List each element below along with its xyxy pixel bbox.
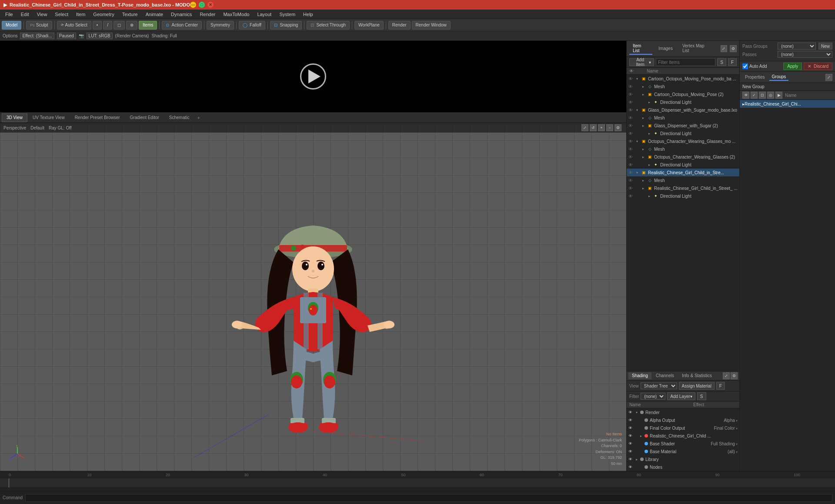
window-controls[interactable]: — □ ✕ — [190, 2, 214, 8]
assign-material-btn[interactable]: Assign Material — [679, 382, 715, 390]
sh-eye-icon[interactable]: 👁 — [628, 426, 635, 430]
tab-groups[interactable]: Groups — [769, 73, 789, 81]
filter-s-btn[interactable]: S — [717, 58, 726, 66]
menu-item-file[interactable]: File — [2, 11, 17, 18]
view-select[interactable]: Shader Tree — [641, 382, 677, 389]
menu-item-animate[interactable]: Animate — [142, 11, 167, 18]
sh-eye-icon[interactable]: 👁 — [628, 418, 635, 422]
tab-vertex-map-list[interactable]: Vertex Map List — [679, 43, 715, 55]
sh-eye-icon[interactable]: 👁 — [628, 449, 635, 454]
model-btn[interactable]: Model — [2, 21, 21, 30]
menu-item-layout[interactable]: Layout — [254, 11, 275, 18]
tree-item-0[interactable]: 👁▾▣Cartoon_Octopus_Moving_Pose_modo_ba .… — [627, 75, 739, 83]
auto-select-btn[interactable]: ⟳ Auto Select — [57, 21, 91, 30]
menu-item-dynamics[interactable]: Dynamics — [167, 11, 195, 18]
passes-select[interactable]: (none) — [778, 51, 832, 58]
play-large-btn[interactable] — [300, 63, 326, 90]
tree-eye-icon-0[interactable]: 👁 — [628, 76, 635, 81]
workplane-btn[interactable]: WorkPlane — [354, 21, 384, 30]
menu-item-render[interactable]: Render — [196, 11, 219, 18]
tab-info-statistics[interactable]: Info & Statistics — [678, 372, 715, 379]
viewport-reset-icon[interactable]: ↺ — [590, 124, 597, 131]
menu-item-texture[interactable]: Texture — [119, 11, 141, 18]
tree-eye-icon-11[interactable]: 👁 — [628, 162, 635, 167]
shading-s-btn[interactable]: S — [697, 392, 706, 400]
tree-eye-icon-8[interactable]: 👁 — [628, 139, 635, 144]
timeline-track[interactable] — [0, 478, 835, 487]
discard-btn[interactable]: ✕ Discard — [804, 63, 832, 70]
tab-shading[interactable]: Shading — [628, 372, 651, 379]
menu-item-edit[interactable]: Edit — [17, 11, 33, 18]
item-list-expand-icon[interactable]: ⤢ — [721, 45, 728, 52]
filter-items-input[interactable] — [656, 58, 715, 66]
sh-item-3[interactable]: 👁▸Realistic_Chinese_Girl_Child ... — [627, 432, 739, 440]
shading-f-btn[interactable]: F — [716, 382, 725, 390]
maximize-btn[interactable]: □ — [199, 2, 205, 8]
select-through-btn[interactable]: ⊡ Select Through — [307, 21, 350, 30]
viewport-zoom-out-icon[interactable]: − — [606, 124, 613, 131]
sh-item-7[interactable]: 👁 Nodes — [627, 463, 739, 471]
snapping-btn[interactable]: ⊡ Snapping — [270, 21, 302, 30]
menu-item-view[interactable]: View — [33, 11, 51, 18]
item-mode-btn[interactable]: ⊕ — [126, 21, 137, 30]
tree-item-14[interactable]: 👁▸▣Realistic_Chinese_Girl_Child_in_Stree… — [627, 184, 739, 192]
tree-item-2[interactable]: 👁▸▣Cartoon_Octopus_Moving_Pose (2) — [627, 90, 739, 98]
tree-item-4[interactable]: 👁▾▣Glass_Dispenser_with_Sugar_modo_base.… — [627, 106, 739, 114]
tree-item-10[interactable]: 👁▸▣Octopus_Character_Wearing_Glasses (2) — [627, 153, 739, 161]
menu-item-select[interactable]: Select — [51, 11, 72, 18]
tree-item-5[interactable]: 👁▸◇Mesh — [627, 114, 739, 122]
tree-eye-icon-7[interactable]: 👁 — [628, 131, 635, 136]
pass-groups-select[interactable]: (none) — [778, 43, 816, 50]
props-expand-icon[interactable]: ⤢ — [825, 74, 832, 81]
tree-eye-icon-15[interactable]: 👁 — [628, 194, 635, 199]
tree-eye-icon-10[interactable]: 👁 — [628, 155, 635, 159]
apply-btn[interactable]: Apply — [783, 63, 802, 70]
sh-eye-icon[interactable]: 👁 — [628, 465, 635, 469]
action-center-btn[interactable]: ⊙ Action Center — [162, 21, 202, 30]
shading-expand-icon[interactable]: ⤢ — [723, 372, 730, 379]
tree-eye-icon-14[interactable]: 👁 — [628, 186, 635, 191]
new-pass-btn[interactable]: New — [818, 43, 832, 50]
sh-eye-icon[interactable]: 👁 — [628, 441, 635, 446]
tree-item-6[interactable]: 👁▸▣Glass_Dispenser_with_Sugar (2) — [627, 122, 739, 129]
viewport-tab-4[interactable]: Schematic — [164, 113, 194, 122]
sh-eye-icon[interactable]: 👁 — [628, 410, 635, 414]
tree-item-11[interactable]: 👁▸✦Directional Light — [627, 161, 739, 169]
sh-item-0[interactable]: 👁▾Render — [627, 408, 739, 416]
render-window-btn[interactable]: Render Window — [412, 21, 451, 30]
sh-item-6[interactable]: 👁▸Library — [627, 455, 739, 463]
vertex-mode-btn[interactable]: • — [93, 21, 102, 30]
shading-settings-icon[interactable]: ⚙ — [731, 372, 738, 379]
tree-item-12[interactable]: 👁▾▣Realistic_Chinese_Girl_Child_in_Stre.… — [627, 169, 739, 176]
tab-properties[interactable]: Properties — [742, 74, 768, 80]
tree-eye-icon-9[interactable]: 👁 — [628, 147, 635, 152]
tree-eye-icon-2[interactable]: 👁 — [628, 92, 635, 97]
tab-item-list[interactable]: Item List — [629, 43, 652, 55]
tree-eye-icon-3[interactable]: 👁 — [628, 100, 635, 105]
sh-item-4[interactable]: 👁 Base ShaderFull Shading ▾ — [627, 440, 739, 448]
menu-item-maxtomodo[interactable]: MaxToModo — [220, 11, 253, 18]
viewport-settings-icon[interactable]: ⚙ — [615, 124, 621, 131]
tab-channels[interactable]: Channels — [652, 372, 678, 379]
viewport-tab-3[interactable]: Gradient Editor — [125, 113, 164, 122]
tree-item-3[interactable]: 👁▸✦Directional Light — [627, 98, 739, 106]
polygon-mode-btn[interactable]: ◻ — [114, 21, 125, 30]
tree-item-9[interactable]: 👁▸◇Mesh — [627, 145, 739, 153]
tree-item-15[interactable]: 👁▸✦Directional Light — [627, 192, 739, 200]
viewport-tab-0[interactable]: 3D View — [2, 113, 27, 122]
symmetry-btn[interactable]: Symmetry — [207, 21, 234, 30]
minimize-btn[interactable]: — — [190, 2, 196, 8]
viewport-expand-icon[interactable]: ⤢ — [581, 124, 588, 131]
falloff-btn[interactable]: ◯ Falloff — [239, 21, 265, 30]
sh-item-5[interactable]: 👁 Base Material(all) ▾ — [627, 448, 739, 455]
menu-item-item[interactable]: Item — [73, 11, 89, 18]
group-item[interactable]: ▸ Realistic_Chinese_Girl_Chi... — [740, 100, 835, 108]
menu-item-system[interactable]: System — [276, 11, 299, 18]
viewport-3d[interactable]: Perspective Default Ray GL: Off ⤢ ↺ + − … — [0, 123, 626, 471]
menu-item-geometry[interactable]: Geometry — [90, 11, 117, 18]
sh-item-1[interactable]: 👁 Alpha OutputAlpha ▾ — [627, 416, 739, 424]
filter-f-btn[interactable]: F — [728, 58, 737, 66]
sh-eye-icon[interactable]: 👁 — [628, 434, 635, 438]
menu-item-help[interactable]: Help — [300, 11, 317, 18]
command-input[interactable] — [25, 494, 832, 502]
